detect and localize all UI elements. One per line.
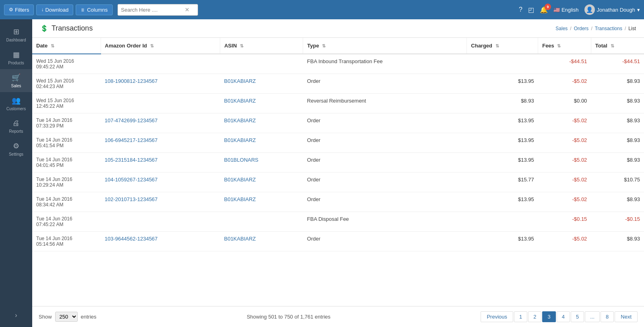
- col-header-charged[interactable]: Charged ⇅: [467, 38, 538, 54]
- next-button[interactable]: Next: [615, 311, 638, 322]
- asin-link[interactable]: B01BLONARS: [224, 157, 258, 163]
- table-row: Tue 14 Jun 2016 05:14:56 AM103-9644562-1…: [32, 232, 644, 251]
- search-input[interactable]: [118, 4, 182, 15]
- col-header-total[interactable]: Total ⇅: [591, 38, 644, 54]
- cell-charged: $15.77: [467, 173, 538, 192]
- col-header-date[interactable]: Date ⇅: [32, 38, 101, 54]
- sidebar-item-settings[interactable]: ⚙ Settings: [0, 138, 32, 160]
- cell-asin[interactable]: B01KABIARZ: [220, 173, 303, 192]
- amazon-order-link[interactable]: 107-4742699-1234567: [105, 117, 158, 123]
- sidebar-expand-button[interactable]: ›: [11, 308, 21, 323]
- table-row: Tue 14 Jun 2016 08:34:42 AM102-2010713-1…: [32, 192, 644, 212]
- asin-link[interactable]: B01KABIARZ: [224, 78, 256, 84]
- customers-icon: 👥: [12, 96, 21, 105]
- col-header-asin[interactable]: ASIN ⇅: [220, 38, 303, 54]
- notification-badge: 9: [545, 4, 551, 10]
- sidebar-label-settings: Settings: [9, 152, 23, 156]
- cell-asin[interactable]: B01KABIARZ: [220, 232, 303, 251]
- cell-fees: -$5.02: [538, 133, 591, 153]
- breadcrumb-transactions[interactable]: Transactions: [595, 26, 622, 31]
- cell-amazon-order-id[interactable]: 105-2315184-1234567: [101, 153, 220, 173]
- entries-select[interactable]: 102550100250: [55, 312, 78, 322]
- amazon-order-link[interactable]: 106-6945217-1234567: [105, 137, 158, 143]
- breadcrumb-orders[interactable]: Orders: [574, 26, 589, 31]
- previous-button[interactable]: Previous: [481, 311, 513, 322]
- amazon-order-link[interactable]: 108-1900812-1234567: [105, 78, 158, 84]
- cell-asin[interactable]: B01KABIARZ: [220, 74, 303, 94]
- cell-type: Order: [303, 133, 467, 153]
- table-row: Tue 14 Jun 2016 04:01:45 PM105-2315184-1…: [32, 153, 644, 173]
- cell-date: Tue 14 Jun 2016 08:34:42 AM: [32, 192, 101, 212]
- cell-asin[interactable]: B01BLONARS: [220, 153, 303, 173]
- sort-asin-icon[interactable]: ⇅: [240, 43, 244, 48]
- table-body: Wed 15 Jun 2016 09:45:22 AMFBA Inbound T…: [32, 54, 644, 251]
- table-container[interactable]: Date ⇅ Amazon Order Id ⇅ ASIN ⇅: [32, 38, 644, 306]
- main-content: 💲 Transactions Sales / Orders / Transact…: [32, 19, 644, 327]
- amazon-order-link[interactable]: 103-9644562-1234567: [105, 236, 158, 242]
- sidebar-item-dashboard[interactable]: ⊞ Dashboard: [0, 23, 32, 46]
- page-button-8[interactable]: 8: [601, 311, 614, 322]
- download-icon: ↓: [41, 7, 43, 12]
- sidebar: ⊞ Dashboard ▦ Products 🛒 Sales 👥 Custome…: [0, 19, 32, 327]
- sidebar-item-sales[interactable]: 🛒 Sales: [0, 69, 32, 92]
- cell-date: Tue 14 Jun 2016 10:29:24 AM: [32, 173, 101, 192]
- col-header-fees[interactable]: Fees ⇅: [538, 38, 591, 54]
- col-header-amazon-order-id[interactable]: Amazon Order Id ⇅: [101, 38, 220, 54]
- cell-asin[interactable]: B01KABIARZ: [220, 133, 303, 153]
- page-button-1[interactable]: 1: [514, 311, 527, 322]
- search-clear-button[interactable]: ✕: [182, 5, 192, 14]
- page-button-2[interactable]: 2: [528, 311, 541, 322]
- cell-amazon-order-id[interactable]: 106-6945217-1234567: [101, 133, 220, 153]
- top-navigation: ⚙ Filters ↓ Download ⫼ Columns ✕ ? ◰ 🔔 9…: [0, 0, 644, 19]
- breadcrumb-sep-3: /: [625, 26, 626, 31]
- help-icon[interactable]: ?: [519, 6, 522, 13]
- asin-link[interactable]: B01KABIARZ: [224, 177, 256, 183]
- sidebar-item-customers[interactable]: 👥 Customers: [0, 92, 32, 115]
- cell-amazon-order-id[interactable]: 102-2010713-1234567: [101, 192, 220, 212]
- col-header-type[interactable]: Type ⇅: [303, 38, 467, 54]
- sort-date-icon[interactable]: ⇅: [51, 43, 54, 48]
- cell-asin[interactable]: B01KABIARZ: [220, 113, 303, 133]
- cell-asin[interactable]: B01KABIARZ: [220, 94, 303, 113]
- page-button-5[interactable]: 5: [571, 311, 584, 322]
- avatar: 👤: [584, 4, 595, 15]
- cell-charged: $13.95: [467, 232, 538, 251]
- language-selector[interactable]: 🇺🇸 English: [553, 7, 579, 13]
- cell-amazon-order-id[interactable]: 107-4742699-1234567: [101, 113, 220, 133]
- asin-link[interactable]: B01KABIARZ: [224, 98, 256, 104]
- amazon-order-link[interactable]: 102-2010713-1234567: [105, 196, 158, 202]
- page-button-4[interactable]: 4: [557, 311, 570, 322]
- notifications-wrapper[interactable]: 🔔 9: [540, 6, 548, 14]
- page-button-3[interactable]: 3: [542, 311, 555, 322]
- table-area: Date ⇅ Amazon Order Id ⇅ ASIN ⇅: [32, 38, 644, 327]
- sidebar-item-products[interactable]: ▦ Products: [0, 46, 32, 69]
- cell-asin[interactable]: B01KABIARZ: [220, 192, 303, 212]
- asin-link[interactable]: B01KABIARZ: [224, 236, 256, 242]
- amazon-order-link[interactable]: 104-1059267-1234567: [105, 177, 158, 183]
- cell-type: FBA Inbound Transportation Fee: [303, 54, 467, 74]
- sort-total-icon[interactable]: ⇅: [611, 43, 614, 48]
- columns-button[interactable]: ⫼ Columns: [76, 4, 112, 15]
- sort-order-id-icon[interactable]: ⇅: [150, 43, 154, 48]
- asin-link[interactable]: B01KABIARZ: [224, 137, 256, 143]
- cell-amazon-order-id[interactable]: 104-1059267-1234567: [101, 173, 220, 192]
- sort-type-icon[interactable]: ⇅: [322, 43, 326, 48]
- filters-button[interactable]: ⚙ Filters: [4, 4, 34, 15]
- cell-amazon-order-id[interactable]: 103-9644562-1234567: [101, 232, 220, 251]
- breadcrumb-sales[interactable]: Sales: [555, 26, 568, 31]
- page-header: 💲 Transactions Sales / Orders / Transact…: [32, 19, 644, 38]
- cell-amazon-order-id: [101, 212, 220, 232]
- cell-total: -$44.51: [591, 54, 644, 74]
- asin-link[interactable]: B01KABIARZ: [224, 117, 256, 123]
- sort-fees-icon[interactable]: ⇅: [557, 43, 561, 48]
- cell-charged: [467, 54, 538, 74]
- amazon-icon[interactable]: ◰: [528, 6, 534, 14]
- sidebar-item-reports[interactable]: 🖨 Reports: [0, 115, 32, 138]
- sidebar-label-products: Products: [8, 61, 24, 65]
- amazon-order-link[interactable]: 105-2315184-1234567: [105, 157, 158, 163]
- download-button[interactable]: ↓ Download: [36, 4, 73, 15]
- sort-charged-icon[interactable]: ⇅: [495, 43, 499, 48]
- asin-link[interactable]: B01KABIARZ: [224, 196, 256, 202]
- cell-amazon-order-id[interactable]: 108-1900812-1234567: [101, 74, 220, 94]
- user-menu[interactable]: 👤 Jonathan Dough ▾: [584, 4, 640, 15]
